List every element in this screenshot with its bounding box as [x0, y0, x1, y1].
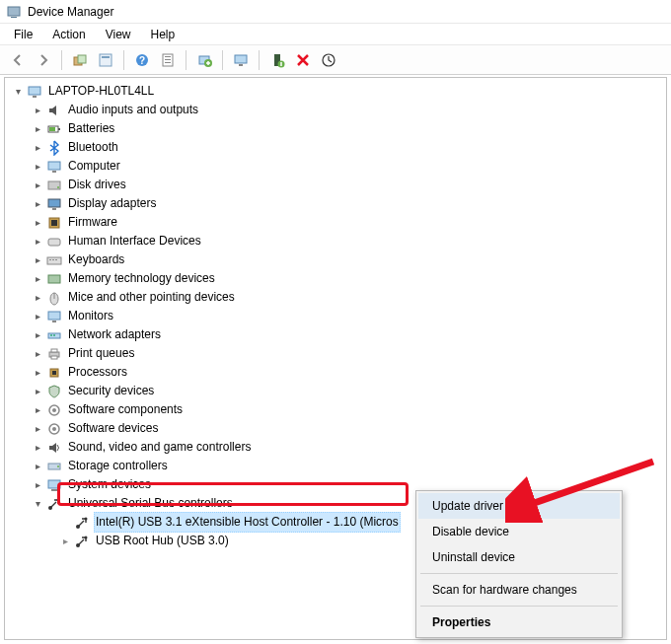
collapse-icon[interactable]: ▾ [11, 85, 25, 99]
expand-icon[interactable]: ▸ [31, 253, 44, 267]
expand-icon[interactable]: ▸ [31, 104, 44, 117]
svg-rect-56 [48, 480, 60, 488]
tree-category[interactable]: ▸Disk drives [11, 176, 666, 194]
tree-category[interactable]: ▸Storage controllers [11, 457, 666, 475]
show-hidden-button[interactable] [68, 48, 92, 72]
tree-category[interactable]: ▸Batteries [11, 119, 666, 138]
tree-category[interactable]: ▸Security devices [11, 382, 666, 400]
expand-icon[interactable]: ▸ [31, 291, 44, 305]
tree-category[interactable]: ▸Mice and other pointing devices [11, 288, 666, 307]
menu-file[interactable]: File [4, 25, 42, 44]
category-label: Monitors [66, 307, 115, 325]
menu-view[interactable]: View [96, 25, 141, 44]
update-driver-button[interactable] [192, 48, 216, 72]
device-label: Intel(R) USB 3.1 eXtensible Host Control… [94, 512, 401, 533]
tree-category[interactable]: ▸Computer [11, 157, 666, 176]
root-label: LAPTOP-HL0TL4LL [46, 82, 156, 101]
context-separator [420, 606, 618, 607]
expand-icon[interactable]: ▸ [31, 478, 44, 492]
expand-icon[interactable]: ▸ [31, 141, 44, 155]
category-label: Audio inputs and outputs [66, 101, 200, 119]
software-icon [46, 402, 62, 418]
expand-icon[interactable]: ▸ [31, 216, 44, 230]
expand-icon[interactable]: ▸ [31, 272, 44, 286]
tree-category[interactable]: ▸Processors [11, 363, 666, 382]
back-button[interactable] [6, 48, 30, 72]
forward-button[interactable] [32, 48, 55, 72]
expand-icon[interactable]: ▸ [31, 366, 44, 380]
tree-category[interactable]: ▸Network adapters [11, 325, 666, 344]
cpu-icon [46, 365, 62, 381]
memory-icon [46, 271, 62, 287]
expand-icon[interactable]: ▸ [31, 328, 44, 342]
enable-button[interactable] [265, 48, 289, 72]
properties-button[interactable] [156, 48, 180, 72]
uninstall-button[interactable] [291, 48, 315, 72]
category-label: Display adapters [66, 194, 158, 213]
category-label: Human Interface Devices [66, 232, 203, 250]
svg-point-44 [53, 334, 55, 336]
svg-rect-22 [58, 128, 60, 130]
context-update-driver[interactable]: Update driver [418, 493, 620, 519]
expand-icon[interactable]: ▸ [31, 441, 44, 455]
scan-button[interactable] [317, 48, 340, 72]
collapse-icon[interactable]: ▾ [31, 497, 44, 511]
category-label: Memory technology devices [66, 269, 217, 288]
toolbar-separator [61, 50, 62, 70]
category-label: Disk drives [66, 176, 128, 194]
tree-category[interactable]: ▸Memory technology devices [11, 269, 666, 288]
svg-rect-15 [239, 64, 243, 66]
expand-icon[interactable]: ▸ [58, 535, 72, 548]
computer-icon [46, 159, 62, 175]
toolbar-separator [259, 50, 260, 70]
context-properties[interactable]: Properties [418, 609, 620, 635]
expand-icon[interactable]: ▸ [31, 197, 44, 211]
app-icon [6, 4, 22, 20]
bluetooth-icon [46, 140, 62, 156]
expand-icon[interactable]: ▸ [31, 179, 44, 192]
tree-category[interactable]: ▸Bluetooth [11, 138, 666, 157]
tree-category[interactable]: ▸Sound, video and game controllers [11, 438, 666, 457]
tree-root[interactable]: ▾ LAPTOP-HL0TL4LL [11, 82, 666, 101]
tree-category[interactable]: ▸Print queues [11, 344, 666, 363]
expand-icon[interactable]: ▸ [31, 460, 44, 473]
tree-category[interactable]: ▸Display adapters [11, 194, 666, 213]
svg-rect-24 [48, 162, 60, 170]
context-scan-hardware[interactable]: Scan for hardware changes [418, 577, 620, 603]
expand-icon[interactable]: ▸ [31, 403, 44, 417]
expand-icon[interactable]: ▸ [31, 122, 44, 136]
svg-rect-4 [100, 54, 112, 66]
device-tree[interactable]: ▾ LAPTOP-HL0TL4LL ▸Audio inputs and outp… [5, 78, 666, 560]
tree-category[interactable]: ▸Software devices [11, 419, 666, 438]
expand-icon[interactable]: ▸ [31, 310, 44, 323]
toolbar-separator [123, 50, 124, 70]
tree-category[interactable]: ▸Human Interface Devices [11, 232, 666, 250]
hid-icon [46, 234, 62, 250]
expand-icon[interactable]: ▸ [31, 347, 44, 361]
svg-rect-32 [48, 239, 60, 246]
category-label: Computer [66, 157, 122, 176]
tree-category[interactable]: ▸Keyboards [11, 250, 666, 269]
tree-category[interactable]: ▸Software components [11, 400, 666, 419]
refresh-button[interactable] [94, 48, 117, 72]
context-disable-device[interactable]: Disable device [418, 519, 620, 544]
pc-monitor-button[interactable] [229, 48, 253, 72]
category-label: Software components [66, 400, 185, 419]
device-label: USB Root Hub (USB 3.0) [94, 532, 231, 550]
usb-icon [74, 534, 90, 549]
menu-bar: File Action View Help [0, 24, 671, 45]
category-label: Firmware [66, 213, 119, 232]
menu-help[interactable]: Help [141, 25, 186, 44]
svg-rect-29 [52, 208, 56, 210]
tree-category[interactable]: ▸Monitors [11, 307, 666, 325]
menu-action[interactable]: Action [42, 25, 95, 44]
svg-rect-3 [78, 55, 86, 63]
context-uninstall-device[interactable]: Uninstall device [418, 544, 620, 570]
help-button[interactable]: ? [130, 48, 154, 72]
expand-icon[interactable]: ▸ [31, 422, 44, 436]
tree-category[interactable]: ▸Firmware [11, 213, 666, 232]
expand-icon[interactable]: ▸ [31, 235, 44, 249]
tree-category[interactable]: ▸Audio inputs and outputs [11, 101, 666, 119]
expand-icon[interactable]: ▸ [31, 160, 44, 174]
expand-icon[interactable]: ▸ [31, 385, 44, 398]
